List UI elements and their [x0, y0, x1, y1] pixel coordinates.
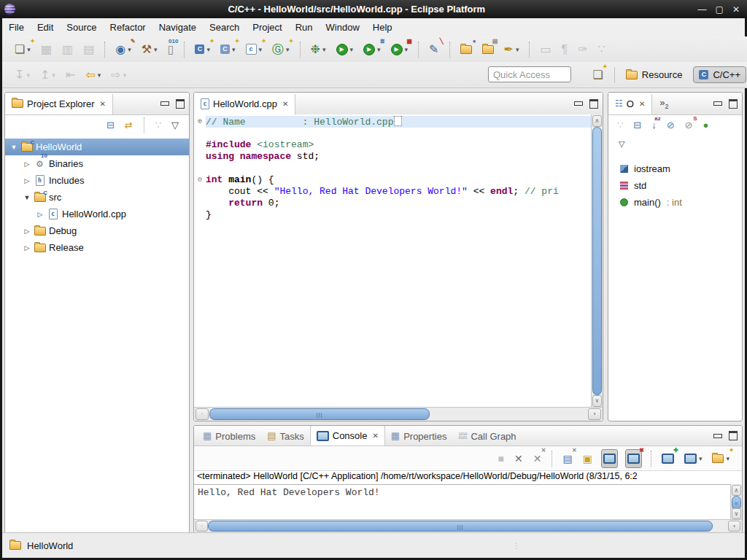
console-horizontal-scrollbar[interactable]: ‹ ||| › — [194, 519, 742, 532]
tree-collapsed-arrow[interactable]: ▷ — [21, 177, 33, 184]
hidden-tabs-indicator[interactable]: »2 — [659, 97, 668, 110]
code-line-2[interactable] — [194, 128, 592, 139]
back-button[interactable]: ⇦▾ — [84, 66, 102, 84]
tree-item-debug[interactable]: ▷Debug — [5, 222, 189, 239]
menu-project[interactable]: Project — [246, 22, 288, 33]
debug-button[interactable]: ❉▾ — [309, 41, 328, 58]
tree-expanded-arrow[interactable]: ▼ — [8, 144, 20, 151]
scroll-right-arrow[interactable]: › — [588, 408, 601, 420]
maximize-editor-button[interactable] — [589, 99, 598, 109]
tab-console[interactable]: Console✕ — [310, 425, 385, 446]
new-c-folder-button[interactable]: C✦▾ — [219, 41, 237, 58]
tab-tasks[interactable]: ▤Tasks — [261, 427, 310, 446]
console-scroll-up-arrow[interactable]: ∧ — [732, 485, 741, 496]
outline-item-main[interactable]: main() : int — [608, 194, 742, 211]
console-hscroll-thumb[interactable]: ||| — [208, 521, 713, 532]
window-maximize-button[interactable]: ▢ — [716, 4, 724, 15]
minimize-editor-button[interactable] — [574, 101, 583, 106]
run-button[interactable]: ▶▾ — [335, 41, 355, 58]
paint-format-button[interactable]: ✒▾ — [503, 41, 521, 58]
perspective-cpp-button[interactable]: C C/C++ — [693, 66, 746, 83]
maximize-view-button[interactable] — [176, 99, 185, 109]
collapse-all-button[interactable]: ⊟ — [105, 118, 116, 133]
minimize-outline-button[interactable] — [713, 101, 722, 106]
maximize-console-button[interactable] — [729, 431, 738, 440]
tree-collapsed-arrow[interactable]: ▷ — [21, 228, 33, 235]
collapse-all-button[interactable]: ⊟ — [632, 118, 643, 133]
scroll-up-arrow[interactable]: ∧ — [592, 115, 602, 127]
window-close-button[interactable]: ✕ — [732, 4, 740, 15]
close-console-tab-icon[interactable]: ✕ — [372, 432, 378, 440]
tree-item-binaries[interactable]: ▷⚙10Binaries — [5, 155, 189, 172]
scroll-lock-button[interactable]: ▣ — [581, 450, 594, 467]
minimize-console-button[interactable] — [713, 434, 722, 438]
hide-static-members-button[interactable]: ⊘S — [684, 118, 694, 133]
close-editor-icon[interactable]: ✕ — [282, 100, 288, 108]
clear-console-button[interactable]: ▤✕ — [561, 450, 573, 467]
window-minimize-button[interactable]: — — [698, 4, 707, 15]
console-scroll-right-arrow[interactable]: › — [728, 521, 740, 532]
tree-item-includes[interactable]: ▷hIncludes — [5, 172, 189, 189]
search-button[interactable]: ◉✎▾ — [114, 41, 133, 58]
scroll-left-arrow[interactable]: ‹ — [196, 408, 209, 420]
code-line-3[interactable]: #include <iostream> — [194, 139, 592, 151]
binary-file-button[interactable]: ▯010 — [166, 41, 176, 58]
splitter-grip[interactable]: ⋮ — [513, 542, 521, 550]
tree-expanded-arrow[interactable]: ▼ — [21, 194, 33, 201]
new-class-button[interactable]: Ⓖ✦▾ — [271, 41, 291, 58]
code-line-6[interactable]: ⊖int main() { — [194, 174, 592, 186]
open-console-button[interactable]: ✦▾ — [711, 450, 731, 467]
outline-item-iostream[interactable]: iostream — [608, 160, 742, 177]
close-view-icon[interactable]: ✕ — [99, 100, 105, 108]
open-task-button[interactable]: ▤ — [481, 41, 495, 58]
hide-non-public-button[interactable]: ● — [702, 118, 711, 133]
perspective-resource-button[interactable]: Resource — [621, 67, 688, 82]
mark-occurrences-button[interactable]: ✎╲ — [427, 41, 440, 58]
link-with-editor-button[interactable]: ⇄ — [123, 118, 134, 133]
remove-all-terminated-button[interactable]: ✕✕ — [532, 450, 543, 467]
tree-collapsed-arrow[interactable]: ▷ — [21, 244, 33, 252]
display-console-button[interactable]: ▾ — [683, 450, 704, 467]
console-output[interactable]: Hello, Red Hat Developers World! — [194, 485, 730, 520]
menu-source[interactable]: Source — [60, 22, 103, 33]
editor-hscroll-thumb[interactable]: ||| — [209, 408, 430, 420]
close-outline-icon[interactable]: ✕ — [639, 100, 645, 108]
show-stderr-button[interactable]: ✖ — [625, 449, 642, 468]
menu-refactor[interactable]: Refactor — [104, 22, 152, 33]
tree-item-src[interactable]: ▼Csrc — [5, 189, 189, 206]
remove-launch-button[interactable]: ✕ — [513, 450, 525, 467]
pin-console-button[interactable]: ✚ — [660, 450, 676, 467]
tab-problems[interactable]: ▦Problems — [197, 427, 261, 446]
code-line-5[interactable] — [194, 163, 592, 174]
fold-plus-icon[interactable]: ⊕ — [194, 116, 206, 128]
scroll-down-arrow[interactable]: ∨ — [592, 395, 602, 407]
menu-file[interactable]: File — [2, 22, 31, 33]
outline-item-std[interactable]: std — [608, 177, 742, 194]
new-wizard-button[interactable]: ❏✦▾ — [13, 41, 32, 58]
console-vertical-scrollbar[interactable]: ∧ ≡ ∨ — [730, 484, 742, 520]
menu-run[interactable]: Run — [289, 22, 320, 33]
menu-help[interactable]: Help — [366, 22, 399, 33]
hide-fields-button[interactable]: ⊘ — [665, 118, 676, 133]
menu-edit[interactable]: Edit — [31, 22, 60, 33]
code-line-1[interactable]: ⊕// Name : HelloWorld.cpp — [194, 116, 592, 128]
tree-item-helloworld-cpp[interactable]: ▷cHelloWorld.cpp — [5, 206, 189, 222]
tree-collapsed-arrow[interactable]: ▷ — [21, 160, 33, 168]
tab-project-explorer[interactable]: Project Explorer ✕ — [5, 93, 113, 114]
tree-collapsed-arrow[interactable]: ▷ — [34, 211, 46, 218]
editor-vertical-scrollbar[interactable]: ∧ ∨ — [591, 114, 603, 408]
show-stdout-button[interactable] — [601, 449, 618, 468]
open-resource-button[interactable]: ● — [459, 41, 473, 58]
tab-outline[interactable]: ☷ O ✕ — [608, 93, 652, 114]
menu-search[interactable]: Search — [203, 22, 246, 33]
minimize-view-button[interactable] — [160, 101, 169, 106]
tab-properties[interactable]: ▦Properties — [385, 427, 453, 446]
outline-view-menu-button[interactable]: ▽ — [617, 136, 626, 151]
quick-access-input[interactable] — [488, 66, 571, 82]
console-scroll-down-arrow[interactable]: ∨ — [732, 508, 741, 519]
new-c-project-button[interactable]: C✦▾ — [193, 41, 212, 58]
code-line-8[interactable]: return 0; — [194, 198, 592, 209]
code-line-4[interactable]: using namespace std; — [194, 151, 592, 163]
new-c-file-button[interactable]: c✦▾ — [244, 41, 264, 58]
fold-minus-icon[interactable]: ⊖ — [194, 174, 206, 186]
